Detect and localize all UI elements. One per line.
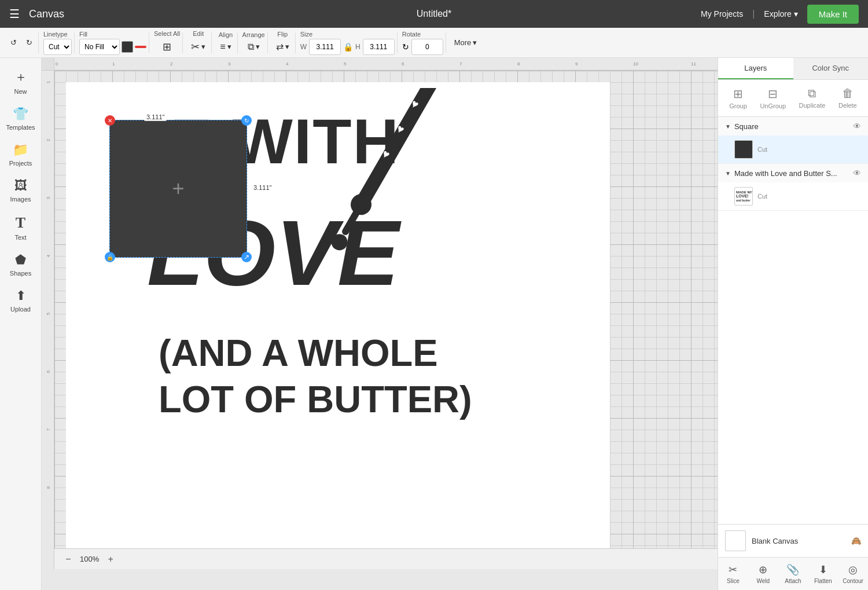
svg-text:11: 11: [691, 61, 696, 67]
redo-button[interactable]: ↻: [23, 36, 36, 49]
ruler-corner: [42, 58, 54, 71]
redo-icon: ↻: [26, 38, 32, 47]
lock-handle[interactable]: 🔒: [105, 252, 115, 262]
flatten-icon: ⬇: [819, 563, 827, 576]
weld-tool[interactable]: ⊕ Weld: [748, 560, 778, 588]
svg-text:10: 10: [633, 61, 638, 67]
templates-icon: 👕: [13, 107, 28, 122]
flatten-tool[interactable]: ⬇ Flatten: [808, 560, 838, 588]
zoom-out-button[interactable]: −: [61, 552, 75, 566]
flip-dropdown-icon: ▾: [285, 42, 289, 51]
panel-bottom-tools: ✂ Slice ⊕ Weld 📎 Attach ⬇ Flatten ◎ Cont…: [718, 557, 868, 590]
topbar: ☰ Canvas Untitled* My Projects | Explore…: [0, 0, 868, 28]
ungroup-action[interactable]: ⊟ UnGroup: [755, 85, 790, 112]
attach-tool[interactable]: 📎 Attach: [778, 560, 808, 588]
sidebar-item-new[interactable]: ＋ New: [0, 63, 41, 101]
svg-text:2: 2: [46, 138, 51, 141]
svg-text:7: 7: [459, 61, 462, 67]
make-it-button[interactable]: Make It: [807, 5, 859, 24]
layer-collapse-icon-design: ▼: [725, 170, 731, 177]
sidebar-item-projects[interactable]: 📁 Projects: [0, 137, 41, 173]
sidebar-item-templates[interactable]: 👕 Templates: [0, 101, 41, 137]
sidebar-item-text[interactable]: T Text: [0, 208, 41, 247]
tab-layers[interactable]: Layers: [718, 58, 793, 79]
size-label: Size: [300, 31, 395, 38]
undo-icon: ↺: [10, 38, 17, 47]
explore-menu[interactable]: Explore ▾: [764, 9, 797, 19]
arrange-icon: ⧉: [248, 42, 254, 52]
svg-text:1: 1: [46, 80, 51, 83]
main-area: ＋ New 👕 Templates 📁 Projects 🖼 Images T …: [0, 58, 868, 590]
selected-square[interactable]: +: [109, 120, 247, 258]
svg-text:5: 5: [344, 61, 347, 67]
layer-thumbnail-design: MADE WITH LOVE! and butter: [734, 187, 753, 206]
duplicate-action[interactable]: ⧉ Duplicate: [795, 85, 830, 112]
topbar-right: My Projects | Explore ▾ Make It: [701, 5, 859, 24]
svg-text:4: 4: [286, 61, 289, 67]
blank-canvas-label: Blank Canvas: [752, 537, 845, 545]
document-title: Untitled*: [417, 9, 451, 19]
sidebar-item-upload[interactable]: ⬆ Upload: [0, 283, 41, 318]
svg-text:5: 5: [46, 312, 51, 315]
width-input[interactable]: [309, 39, 341, 55]
svg-text:3: 3: [228, 61, 231, 67]
lock-proportions-icon[interactable]: 🔒: [343, 42, 353, 52]
layer-item-design[interactable]: MADE WITH LOVE! and butter Cut: [718, 182, 868, 210]
arrange-button[interactable]: ⧉ ▾: [244, 39, 263, 54]
linetype-select[interactable]: Cut: [43, 39, 72, 55]
menu-icon[interactable]: ☰: [9, 7, 20, 21]
blank-canvas-visibility-icon[interactable]: 🙈: [851, 536, 861, 545]
images-icon: 🖼: [14, 178, 27, 193]
resize-handle[interactable]: ↗: [241, 252, 252, 262]
fill-select[interactable]: No Fill: [79, 39, 120, 55]
sidebar-item-images[interactable]: 🖼 Images: [0, 173, 41, 208]
panel-actions: ⊞ Group ⊟ UnGroup ⧉ Duplicate 🗑 Delete: [718, 80, 868, 117]
svg-text:9: 9: [575, 61, 578, 67]
undo-button[interactable]: ↺: [7, 36, 20, 49]
layer-group-header-design[interactable]: ▼ Made with Love and Butter S... 👁: [718, 164, 868, 182]
select-all-button[interactable]: ⊞: [159, 38, 175, 56]
w-label: W: [300, 43, 307, 51]
arrange-dropdown-icon: ▾: [256, 42, 260, 51]
contour-tool[interactable]: ◎ Contour: [838, 560, 868, 588]
edit-group: Edit ✂ ▾: [185, 32, 212, 53]
slice-tool[interactable]: ✂ Slice: [718, 560, 748, 588]
arrange-group: Arrange ⧉ ▾: [240, 32, 268, 53]
linetype-label: Linetype Cut: [43, 31, 72, 55]
edit-icon: ✂: [191, 41, 200, 53]
svg-text:2: 2: [170, 61, 173, 67]
move-icon: +: [172, 177, 184, 201]
more-dropdown-icon: ▾: [473, 38, 477, 47]
layer-visibility-icon-design[interactable]: 👁: [853, 168, 861, 178]
fill-color-swatch[interactable]: [122, 41, 133, 53]
svg-text:and butter: and butter: [736, 199, 750, 202]
flip-button[interactable]: ⇄ ▾: [273, 39, 293, 54]
delete-handle[interactable]: ✕: [105, 115, 115, 126]
rotate-handle[interactable]: ↻: [241, 115, 252, 126]
layers-list: ▼ Square 👁 Cut ▼ Made with Love and Butt…: [718, 117, 868, 524]
align-button[interactable]: ≡ ▾: [216, 39, 234, 54]
my-projects-link[interactable]: My Projects: [701, 9, 743, 19]
edit-dropdown-icon: ▾: [201, 42, 205, 51]
layer-visibility-icon-square[interactable]: 👁: [853, 122, 861, 131]
edit-button[interactable]: ✂ ▾: [187, 38, 209, 56]
duplicate-icon: ⧉: [808, 87, 816, 100]
canvas-surface[interactable]: E WITH LOVE (AND A WHOLE LOT OF BUTTER): [54, 71, 718, 569]
more-button[interactable]: More ▾: [451, 36, 481, 49]
layer-item-square[interactable]: Cut: [718, 135, 868, 163]
align-dropdown-icon: ▾: [227, 42, 231, 51]
flip-group: Flip ⇄ ▾: [270, 32, 296, 53]
sidebar-item-shapes[interactable]: ⬟ Shapes: [0, 247, 41, 283]
height-input[interactable]: [363, 39, 395, 55]
layer-group-header-square[interactable]: ▼ Square 👁: [718, 117, 868, 135]
canvas-area[interactable]: // rendered via CSS background 0 1 2 3 4…: [42, 58, 718, 590]
rotate-input[interactable]: [411, 39, 443, 55]
svg-text:6: 6: [46, 370, 51, 373]
group-action[interactable]: ⊞ Group: [724, 85, 752, 112]
tab-color-sync[interactable]: Color Sync: [793, 58, 869, 79]
linetype-color-swatch[interactable]: [135, 46, 146, 48]
delete-action[interactable]: 🗑 Delete: [834, 85, 862, 112]
svg-text:LOVE!: LOVE!: [736, 194, 748, 198]
svg-text:8: 8: [46, 486, 51, 489]
zoom-in-button[interactable]: +: [104, 552, 117, 566]
